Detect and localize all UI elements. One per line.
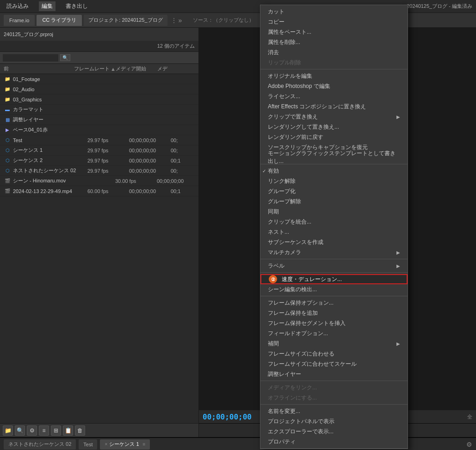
seq-tab-seq1[interactable]: × シーケンス 1 ≡	[100, 439, 150, 450]
seq-icon: ⬡	[4, 167, 11, 175]
list-view-button[interactable]: ≡	[39, 425, 49, 436]
menu-item-render-replace[interactable]: レンダリングして置き換え...	[260, 122, 408, 132]
delete-button[interactable]: 🗑	[75, 425, 85, 436]
seq-tab-nested-label: ネストされたシーケンス 02	[8, 441, 71, 448]
menu-item-show-project[interactable]: プロジェクトパネルで表示	[260, 416, 408, 426]
list-item[interactable]: 📁 01_Footage	[0, 74, 198, 84]
file-name: 03_Graphics	[13, 97, 198, 102]
menu-item-photoshop-edit[interactable]: Adobe Photoshop で編集	[260, 81, 408, 91]
menu-item-interpolation[interactable]: 補間 ▶	[260, 338, 408, 349]
menu-item-show-explorer[interactable]: エクスプローラーで表示...	[260, 426, 408, 437]
icon-view-button[interactable]: ⊞	[51, 425, 61, 436]
menu-item-group[interactable]: グループ化	[260, 186, 408, 196]
menu-item-adj-layer[interactable]: 調整レイヤー	[260, 369, 408, 379]
file-fps: 30.00 fps	[115, 178, 157, 184]
menu-item-insert-frame-hold-seg[interactable]: フレーム保持セグメントを挿入	[260, 318, 408, 328]
tab-cc-library[interactable]: CC ライブラリ	[37, 15, 82, 26]
file-name: シーケンス 2	[13, 157, 87, 164]
new-bin-button[interactable]: 📁	[3, 425, 13, 436]
panel-settings-button[interactable]: ⚙	[27, 425, 37, 436]
tab-frameio[interactable]: Frame.io	[4, 15, 35, 26]
menu-item-fit-frame-scale[interactable]: フレームサイズに合わせてスケール	[260, 359, 408, 369]
menu-section-8: 名前を変更... プロジェクトパネルで表示 エクスプローラーで表示... プロパ…	[260, 405, 408, 449]
menu-henshu[interactable]: 編集	[39, 1, 56, 11]
list-item[interactable]: 📁 03_Graphics	[0, 94, 198, 105]
search-input[interactable]	[3, 54, 58, 62]
menu-item-subseq[interactable]: サブシーケンスを作成	[260, 237, 408, 247]
menu-item-sync-label: 同期	[268, 208, 279, 216]
menu-item-unlink[interactable]: リンク解除	[260, 176, 408, 186]
menu-item-frame-hold-options[interactable]: フレーム保持オプション...	[260, 298, 408, 308]
menu-item-copy-label: コピー	[268, 18, 284, 26]
menu-item-merge[interactable]: クリップを統合...	[260, 217, 408, 227]
search-button[interactable]: 🔍	[60, 54, 70, 61]
menu-item-speed[interactable]: ② 速度・デュレーション...	[260, 274, 408, 284]
close-icon[interactable]: ×	[105, 442, 107, 447]
arrow-icon: ▶	[396, 250, 400, 255]
list-item[interactable]: ▶ ベース04_01赤	[0, 125, 198, 135]
new-item-button[interactable]: 🔍	[15, 425, 25, 436]
metadata-button[interactable]: 📋	[63, 425, 73, 436]
timeline-settings-icon[interactable]: ⚙	[466, 441, 472, 448]
search-bar: 🔍	[0, 52, 198, 64]
menu-item-edit-original[interactable]: オリジナルを編集	[260, 71, 408, 81]
menu-item-add-frame-hold[interactable]: フレーム保持を追加	[260, 308, 408, 318]
menu-section-4: ラベル ▶	[260, 259, 408, 273]
menu-item-offline[interactable]: オフラインにする...	[260, 393, 408, 403]
menu-item-nest[interactable]: ネスト...	[260, 227, 408, 237]
list-item[interactable]: ⬡ シーケンス 1 29.97 fps 00;00;00;00 00;	[0, 145, 198, 156]
menu-item-properties[interactable]: プロパティ	[260, 437, 408, 447]
menu-item-link-media[interactable]: メディアをリンク...	[260, 382, 408, 393]
col-header-fps: フレームレート ▲	[74, 65, 116, 72]
menu-item-replace-clip[interactable]: クリップで置き換え ▶	[260, 112, 408, 122]
menu-item-fit-frame[interactable]: フレームサイズに合わせる	[260, 349, 408, 359]
panel-header: 240125_ブログ.prproj	[0, 28, 198, 41]
menu-item-fit-frame-scale-label: フレームサイズに合わせてスケール	[268, 360, 357, 368]
menu-item-field-options[interactable]: フィールドオプション...	[260, 328, 408, 338]
menu-item-license[interactable]: ライセンス...	[260, 91, 408, 101]
menu-item-show-project-label: プロジェクトパネルで表示	[268, 418, 334, 425]
menu-item-motion-export[interactable]: モーショングラフィックステンプレートとして書き出し...	[260, 152, 408, 162]
list-item[interactable]: 📁 02_Audio	[0, 84, 198, 94]
menu-item-cut[interactable]: カット	[260, 6, 408, 17]
menu-item-sync[interactable]: 同期	[260, 206, 408, 217]
menu-item-multicam[interactable]: マルチカメラ ▶	[260, 247, 408, 257]
menu-item-label[interactable]: ラベル ▶	[260, 261, 408, 271]
menu-section-3: ✓ 有効 リンク解除 グループ化 グループ解除 同期 クリップを統合... ネス…	[260, 164, 408, 259]
menu-item-delete-attr[interactable]: 属性を削除...	[260, 37, 408, 47]
tab-project[interactable]: プロジェクト: 20240125_ブログ	[84, 15, 167, 26]
file-start: 00;00;00;00	[129, 188, 171, 194]
menu-item-clear-label: 消去	[268, 49, 279, 56]
file-list: 📁 01_Footage 📁 02_Audio 📁 03_Graphics ▬ …	[0, 74, 198, 423]
tab-overflow-arrow[interactable]: »	[179, 17, 182, 24]
list-item[interactable]: 🎬 シーン - Hinomaru.mov 30.00 fps 00;00;00;…	[0, 176, 198, 186]
menu-item-aftereffects[interactable]: After Effects コンポジションに置き換え	[260, 101, 408, 112]
menu-item-scene-detect[interactable]: シーン編集の検出...	[260, 284, 408, 294]
context-menu[interactable]: カット コピー 属性をペースト... 属性を削除... 消去 リップル削除 オリ…	[260, 5, 408, 449]
file-name: 調整レイヤー	[13, 116, 198, 123]
menu-item-speed-label: 速度・デュレーション...	[282, 275, 342, 283]
menu-item-ungroup[interactable]: グループ解除	[260, 196, 408, 206]
list-item[interactable]: ⬡ ネストされたシーケンス 02 29.97 fps 00;00;00;00 0…	[0, 166, 198, 176]
list-item[interactable]: ⬡ Test 29.97 fps 00;00;00;00 00;	[0, 135, 198, 145]
menu-item-rename[interactable]: 名前を変更...	[260, 406, 408, 416]
list-item[interactable]: ⬡ シーケンス 2 29.97 fps 00;00;00;00 00;1	[0, 156, 198, 166]
menu-item-paste-attr[interactable]: 属性をペースト...	[260, 27, 408, 37]
seq-tab-nested[interactable]: ネストされたシーケンス 02	[4, 439, 76, 450]
file-media: 00;1	[171, 188, 198, 194]
menu-section-5: ② 速度・デュレーション... シーン編集の検出...	[260, 273, 408, 296]
list-item[interactable]: ▬ カラーマット	[0, 105, 198, 115]
menu-item-ripple-delete[interactable]: リップル削除	[260, 57, 408, 68]
menu-item-restore-render[interactable]: レンダリング前に戻す	[260, 132, 408, 142]
menu-item-add-frame-hold-label: フレーム保持を追加	[268, 309, 318, 317]
menu-kakidashi[interactable]: 書き出し	[63, 1, 91, 11]
list-item[interactable]: 🎬 2024-02-13 22-29-49.mp4 60.00 fps 00;0…	[0, 186, 198, 196]
menu-item-copy[interactable]: コピー	[260, 17, 408, 27]
list-item[interactable]: ▩ 調整レイヤー	[0, 115, 198, 125]
menu-item-merge-label: クリップを統合...	[268, 218, 311, 226]
colormat-icon: ▬	[4, 106, 11, 113]
menu-item-clear[interactable]: 消去	[260, 47, 408, 57]
seq-tab-test[interactable]: Test	[79, 439, 97, 450]
menu-item-enabled[interactable]: ✓ 有効	[260, 166, 408, 176]
menu-yomikomi[interactable]: 読み込み	[4, 1, 31, 11]
